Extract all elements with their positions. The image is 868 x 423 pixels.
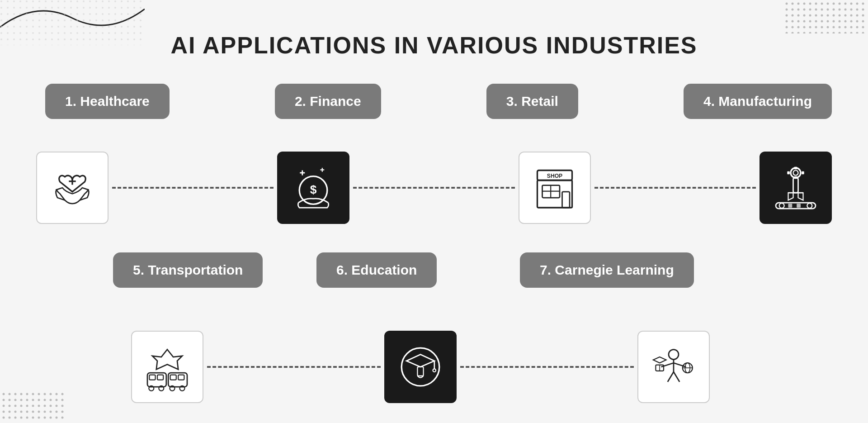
retail-icon-box: SHOP bbox=[519, 152, 591, 224]
svg-rect-30 bbox=[788, 204, 792, 208]
transportation-icon-box bbox=[131, 331, 203, 403]
education-icon bbox=[396, 342, 445, 392]
svg-line-58 bbox=[674, 372, 679, 382]
svg-rect-60 bbox=[785, 2, 866, 33]
svg-point-27 bbox=[807, 203, 812, 208]
carnegie-icon-box bbox=[637, 331, 710, 403]
label-finance: 2. Finance bbox=[275, 84, 381, 119]
svg-rect-22 bbox=[802, 171, 804, 175]
label-carnegie: 7. Carnegie Learning bbox=[520, 252, 694, 288]
education-icon-box bbox=[384, 331, 457, 403]
svg-rect-34 bbox=[157, 375, 163, 380]
finance-icon-box: $ bbox=[277, 152, 349, 224]
item-carnegie: 7. Carnegie Learning bbox=[520, 252, 694, 288]
svg-text:SHOP: SHOP bbox=[547, 173, 562, 179]
svg-text:$: $ bbox=[310, 183, 317, 196]
item-healthcare: 1. Healthcare bbox=[45, 84, 170, 119]
svg-point-26 bbox=[779, 203, 784, 208]
svg-rect-38 bbox=[170, 375, 176, 380]
retail-icon: SHOP bbox=[530, 163, 580, 213]
corner-dots-bl bbox=[2, 392, 65, 421]
svg-point-47 bbox=[669, 350, 679, 360]
svg-point-46 bbox=[433, 369, 436, 372]
corner-dots-tr bbox=[785, 2, 866, 35]
page-title: AI APPLICATIONS IN VARIOUS INDUSTRIES bbox=[170, 32, 697, 59]
label-healthcare: 1. Healthcare bbox=[45, 84, 170, 119]
connector-line-5 bbox=[460, 366, 634, 368]
manufacturing-icon-box bbox=[760, 152, 832, 224]
connector-line-3 bbox=[594, 187, 756, 189]
svg-rect-1 bbox=[0, 0, 145, 45]
svg-marker-43 bbox=[406, 355, 434, 367]
healthcare-icon bbox=[47, 163, 97, 213]
svg-rect-21 bbox=[787, 171, 790, 175]
decorative-corner-tl bbox=[0, 0, 145, 45]
svg-rect-14 bbox=[562, 192, 570, 208]
svg-rect-62 bbox=[2, 392, 65, 419]
svg-rect-33 bbox=[149, 375, 155, 380]
label-manufacturing: 4. Manufacturing bbox=[684, 84, 832, 119]
healthcare-icon-box bbox=[36, 152, 108, 224]
item-retail: 3. Retail bbox=[486, 84, 578, 119]
label-education: 6. Education bbox=[316, 252, 437, 288]
item-education: 6. Education bbox=[316, 252, 437, 288]
svg-rect-39 bbox=[178, 375, 184, 380]
svg-rect-31 bbox=[797, 204, 801, 208]
svg-rect-44 bbox=[417, 367, 423, 376]
connector-line-4 bbox=[207, 366, 381, 368]
svg-rect-23 bbox=[793, 178, 798, 193]
svg-point-18 bbox=[793, 171, 798, 176]
item-finance: 2. Finance bbox=[275, 84, 381, 119]
transportation-icon bbox=[142, 342, 192, 392]
connector-line-2 bbox=[353, 187, 514, 189]
svg-rect-19 bbox=[794, 167, 797, 170]
manufacturing-icon bbox=[771, 163, 821, 213]
svg-marker-56 bbox=[653, 357, 666, 363]
finance-icon: $ bbox=[288, 163, 338, 213]
item-manufacturing: 4. Manufacturing bbox=[684, 84, 832, 119]
label-transportation: 5. Transportation bbox=[113, 252, 263, 288]
svg-line-57 bbox=[668, 372, 674, 382]
label-retail: 3. Retail bbox=[486, 84, 578, 119]
item-transportation: 5. Transportation bbox=[113, 252, 263, 288]
connector-line-1 bbox=[112, 187, 274, 189]
carnegie-icon bbox=[649, 342, 698, 392]
